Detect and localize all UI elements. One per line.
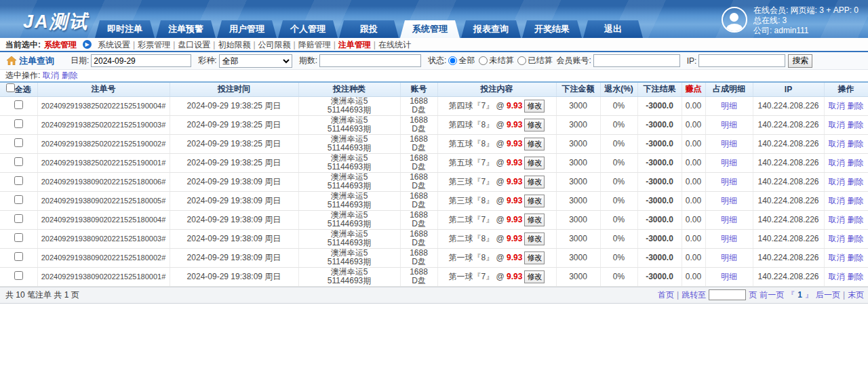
nav-tab[interactable]: 系统管理 [400,20,460,38]
detail-link[interactable]: 明细 [721,139,737,148]
rebate-cell: 0% [600,248,637,267]
status-radio-option[interactable]: 已结算 [517,55,552,66]
delete-order-link[interactable]: 删除 [848,120,864,129]
cancel-order-link[interactable]: 取消 [829,272,845,281]
detail-link[interactable]: 明细 [721,253,737,262]
prev-page-link[interactable]: 前一页 [760,289,784,301]
page-jump-input[interactable] [709,289,746,300]
status-radio[interactable] [479,56,488,65]
cancel-order-link[interactable]: 取消 [829,253,845,262]
cancel-order-link[interactable]: 取消 [829,139,845,148]
status-radio-option[interactable]: 未结算 [479,55,513,66]
row-checkbox[interactable] [14,119,23,128]
search-button[interactable]: 搜索 [788,54,812,68]
row-checkbox[interactable] [14,157,23,166]
ip-cell: 140.224.208.226 [753,248,824,267]
modify-button[interactable]: 修改 [524,176,545,188]
modify-button[interactable]: 修改 [524,251,545,264]
operations-cell: 取消删除 [824,96,868,115]
column-header: 下注结果 [637,82,682,96]
submenu-link[interactable]: 降赔管理 [298,40,331,49]
lottery-select[interactable]: 全部 [219,54,292,68]
cancel-order-link[interactable]: 取消 [829,196,845,205]
delete-order-link[interactable]: 删除 [848,196,864,205]
status-radio[interactable] [448,56,457,65]
row-checkbox[interactable] [14,176,23,185]
detail-link[interactable]: 明细 [721,177,737,186]
detail-link[interactable]: 明细 [721,215,737,224]
delete-order-link[interactable]: 删除 [848,215,864,224]
order-number-cell: 20240929193825020221525190003# [37,115,170,134]
modify-button[interactable]: 修改 [524,100,545,113]
bet-content-text: 第四球『8』 @ [449,120,507,129]
nav-tab[interactable]: 即时注单 [95,20,155,38]
operations-cell: 取消删除 [824,210,868,229]
row-checkbox-cell [0,191,37,210]
cancel-order-link[interactable]: 取消 [829,234,845,243]
submenu-link[interactable]: 彩票管理 [138,40,170,49]
delete-order-link[interactable]: 删除 [848,139,864,148]
modify-button[interactable]: 修改 [524,232,545,245]
select-all-checkbox[interactable] [6,83,15,92]
bet-odds: 9.93 [507,101,522,110]
submenu-link[interactable]: 盘口设置 [178,40,210,49]
status-radio[interactable] [517,56,526,65]
account-input[interactable] [593,54,680,67]
cancel-order-link[interactable]: 取消 [829,101,845,110]
row-checkbox[interactable] [14,271,23,280]
delete-order-link[interactable]: 删除 [848,234,864,243]
submenu-link[interactable]: 初始限额 [218,40,250,49]
detail-link[interactable]: 明细 [721,120,737,129]
submenu-link[interactable]: 注单管理 [338,40,371,49]
row-checkbox[interactable] [14,138,23,147]
nav-tab[interactable]: 退出 [583,20,643,38]
nav-tab[interactable]: 注单预警 [156,20,216,38]
period-input[interactable] [319,54,421,67]
modify-button[interactable]: 修改 [524,138,545,150]
modify-button[interactable]: 修改 [524,270,545,283]
submenu-link[interactable]: 系统设置 [98,40,130,49]
detail-link[interactable]: 明细 [721,272,737,281]
delete-order-link[interactable]: 删除 [848,253,864,262]
bet-odds: 9.93 [507,215,522,224]
modify-button[interactable]: 修改 [524,157,545,169]
row-checkbox[interactable] [14,233,23,242]
submenu-link[interactable]: 公司限额 [258,40,291,49]
next-page-link[interactable]: 后一页 [816,289,840,301]
modify-button[interactable]: 修改 [524,119,545,131]
bet-content-cell: 第一球『8』 @ 9.93修改 [437,248,556,267]
nav-tab[interactable]: 个人管理 [278,20,338,38]
nav-tab[interactable]: 开奖结果 [522,20,582,38]
nav-tab[interactable]: 报表查询 [461,20,521,38]
nav-tab[interactable]: 跟投 [339,20,399,38]
row-checkbox[interactable] [14,100,23,109]
detail-link[interactable]: 明细 [721,196,737,205]
status-radio-option[interactable]: 全部 [448,55,475,66]
modify-button[interactable]: 修改 [524,195,545,207]
delete-order-link[interactable]: 删除 [848,158,864,167]
row-checkbox[interactable] [14,252,23,261]
column-header: 投注内容 [437,82,556,96]
date-input[interactable] [91,54,191,67]
cancel-order-link[interactable]: 取消 [829,177,845,186]
delete-order-link[interactable]: 删除 [848,101,864,110]
last-page-link[interactable]: 末页 [848,289,864,301]
row-checkbox[interactable] [14,214,23,223]
delete-order-link[interactable]: 删除 [848,177,864,186]
bulk-delete-link[interactable]: 删除 [62,70,78,80]
ip-input[interactable] [698,54,785,67]
detail-link[interactable]: 明细 [721,234,737,243]
bulk-cancel-link[interactable]: 取消 [43,70,59,80]
cancel-order-link[interactable]: 取消 [829,120,845,129]
delete-order-link[interactable]: 删除 [848,272,864,281]
submenu-link[interactable]: 在线统计 [378,40,411,49]
cancel-order-link[interactable]: 取消 [829,215,845,224]
modify-button[interactable]: 修改 [524,214,545,226]
row-checkbox[interactable] [14,195,23,204]
detail-link[interactable]: 明细 [721,101,737,110]
nav-tab[interactable]: 用户管理 [217,20,277,38]
first-page-link[interactable]: 首页 [658,289,674,301]
cancel-order-link[interactable]: 取消 [829,158,845,167]
detail-link[interactable]: 明细 [721,158,737,167]
order-number-cell: 20240929193809020221525180002# [37,248,170,267]
